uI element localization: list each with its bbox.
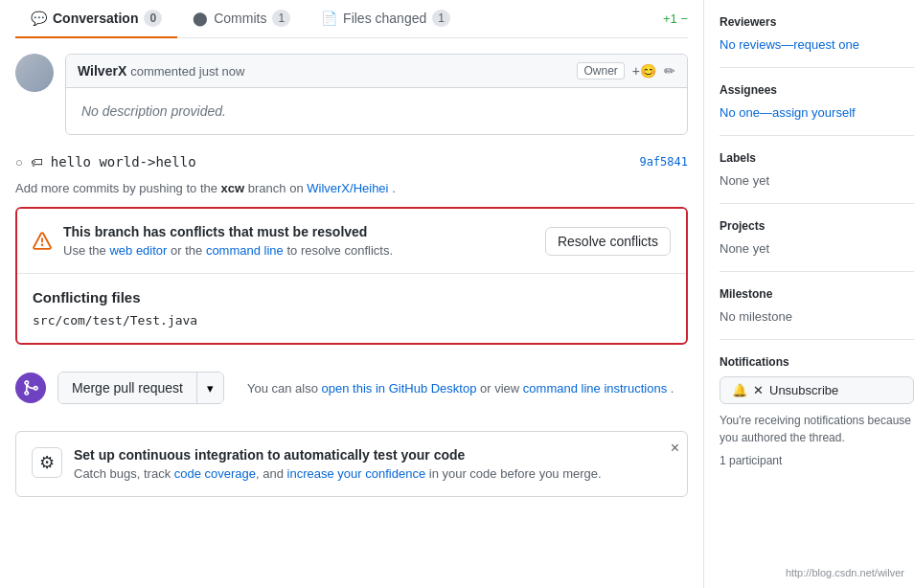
reviewers-value[interactable]: No reviews—request one xyxy=(720,37,859,52)
comment-card: WilverX commented just now Owner +😊 ✏ No… xyxy=(65,54,688,135)
comment-author: WilverX xyxy=(78,63,126,79)
increase-confidence-link[interactable]: increase your confidence xyxy=(287,466,426,481)
owner-badge: Owner xyxy=(577,62,624,79)
labels-title: Labels xyxy=(720,151,914,165)
milestone-section: Milestone No milestone xyxy=(720,287,914,340)
comment-actions: +😊 ✏ xyxy=(632,63,675,79)
branch-info: Add more commits by pushing to the xcw b… xyxy=(15,181,688,195)
merge-button-group: Merge pull request ▾ xyxy=(57,372,224,404)
projects-title: Projects xyxy=(720,219,914,233)
assignees-section: Assignees No one—assign yourself xyxy=(720,83,914,136)
git-merge-icon xyxy=(22,379,39,396)
conflict-box: This branch has conflicts that must be r… xyxy=(15,207,688,345)
conflict-header: This branch has conflicts that must be r… xyxy=(17,209,686,274)
mute-icon: ✕ xyxy=(753,383,764,397)
merge-dropdown-button[interactable]: ▾ xyxy=(196,373,223,403)
assignees-title: Assignees xyxy=(720,83,914,97)
merge-note: You can also open this in GitHub Desktop… xyxy=(247,381,674,396)
tab-commits[interactable]: ⬤ Commits 1 xyxy=(177,0,306,38)
labels-value: None yet xyxy=(720,173,769,188)
watermark: http://blog.csdn.net/wilver xyxy=(786,567,904,578)
comment-body: No description provided. xyxy=(66,88,687,134)
resolve-conflicts-button[interactable]: Resolve conflicts xyxy=(545,227,671,256)
bell-icon: 🔔 xyxy=(732,383,747,397)
ci-box: ⚙ Set up continuous integration to autom… xyxy=(15,431,688,497)
commit-sha[interactable]: 9af5841 xyxy=(639,155,688,169)
commit-message: hello world->hello xyxy=(51,154,196,170)
conflict-desc: Use the web editor or the command line t… xyxy=(63,243,545,258)
conflict-files: Conflicting files src/com/test/Test.java xyxy=(17,274,686,343)
conversation-icon: 💬 xyxy=(31,11,47,26)
emoji-button[interactable]: +😊 xyxy=(632,63,656,79)
command-line-instructions-link[interactable]: command line instructions xyxy=(523,381,667,396)
merge-section: Merge pull request ▾ You can also open t… xyxy=(15,360,688,416)
tab-conversation[interactable]: 💬 Conversation 0 xyxy=(15,0,177,38)
comment-header: WilverX commented just now Owner +😊 ✏ xyxy=(66,55,687,88)
edit-button[interactable]: ✏ xyxy=(664,63,675,79)
conflict-title: This branch has conflicts that must be r… xyxy=(63,224,545,239)
commit-circle-icon: ○ xyxy=(15,155,23,170)
merge-pull-request-button[interactable]: Merge pull request xyxy=(58,373,196,403)
conflict-file-path: src/com/test/Test.java xyxy=(33,313,671,328)
assignees-value[interactable]: No one—assign yourself xyxy=(720,105,856,120)
ci-title: Set up continuous integration to automat… xyxy=(74,447,672,463)
participants-count: 1 participant xyxy=(720,454,914,467)
notifications-title: Notifications xyxy=(720,355,914,369)
tabs-bar: 💬 Conversation 0 ⬤ Commits 1 📄 Files cha… xyxy=(15,0,688,38)
projects-value: None yet xyxy=(720,241,769,256)
ci-text: Set up continuous integration to automat… xyxy=(74,447,672,481)
reviewers-section: Reviewers No reviews—request one xyxy=(720,15,914,68)
warning-icon xyxy=(33,232,52,251)
notification-text: You're receiving notifications because y… xyxy=(720,412,914,446)
comment-time: commented just now xyxy=(130,64,244,79)
ci-close-button[interactable]: × xyxy=(671,440,679,457)
sidebar: Reviewers No reviews—request one Assigne… xyxy=(703,0,914,588)
plus-minus-indicator: +1 − xyxy=(663,2,688,35)
unsubscribe-button[interactable]: 🔔 ✕ 🔔✕ Unsubscribe Unsubscribe xyxy=(720,376,914,404)
repo-link[interactable]: WilverX/Heihei xyxy=(307,181,388,195)
milestone-value: No milestone xyxy=(720,309,792,324)
avatar xyxy=(15,54,54,92)
conflict-text: This branch has conflicts that must be r… xyxy=(63,224,545,258)
merge-icon xyxy=(15,373,46,403)
conflicting-files-title: Conflicting files xyxy=(33,289,671,305)
milestone-title: Milestone xyxy=(720,287,914,301)
open-github-desktop-link[interactable]: open this in GitHub Desktop xyxy=(322,381,477,396)
code-coverage-link[interactable]: code coverage xyxy=(174,466,256,481)
reviewers-title: Reviewers xyxy=(720,15,914,29)
labels-section: Labels None yet xyxy=(720,151,914,204)
web-editor-link[interactable]: web editor xyxy=(109,243,167,258)
commit-row: ○ 🏷 hello world->hello 9af5841 xyxy=(15,150,688,181)
commit-tag-icon: 🏷 xyxy=(31,155,43,170)
tab-files-changed[interactable]: 📄 Files changed 1 xyxy=(306,0,466,38)
commits-icon: ⬤ xyxy=(193,11,208,26)
notifications-section: Notifications 🔔 ✕ 🔔✕ Unsubscribe Unsubsc… xyxy=(720,355,914,467)
comment-box: WilverX commented just now Owner +😊 ✏ No… xyxy=(15,54,688,135)
ci-desc: Catch bugs, track code coverage, and inc… xyxy=(74,466,672,481)
command-line-link[interactable]: command line xyxy=(206,243,284,258)
projects-section: Projects None yet xyxy=(720,219,914,272)
files-icon: 📄 xyxy=(321,11,337,26)
ci-icon: ⚙ xyxy=(32,447,62,478)
